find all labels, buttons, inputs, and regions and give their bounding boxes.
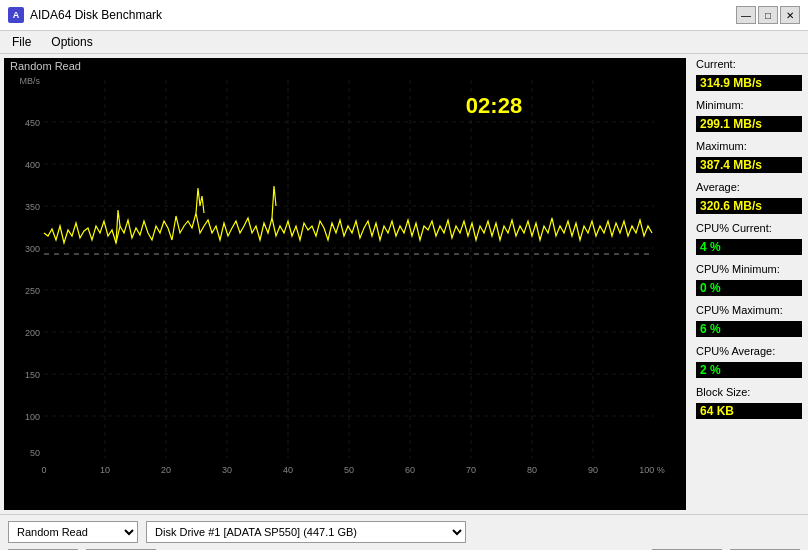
dropdowns-row: Random Read Random Write Sequential Read… [8,521,800,543]
average-value: 320.6 MB/s [696,198,802,214]
maximum-value: 387.4 MB/s [696,157,802,173]
svg-text:50: 50 [344,465,354,475]
current-label: Current: [696,58,802,70]
svg-text:300: 300 [25,244,40,254]
right-panel: Current: 314.9 MB/s Minimum: 299.1 MB/s … [690,54,808,514]
svg-text:50: 50 [30,448,40,458]
minimum-value: 299.1 MB/s [696,116,802,132]
svg-text:400: 400 [25,160,40,170]
cpu-minimum-label: CPU% Minimum: [696,263,802,275]
current-value: 314.9 MB/s [696,75,802,91]
cpu-maximum-value: 6 % [696,321,802,337]
drive-select[interactable]: Disk Drive #1 [ADATA SP550] (447.1 GB) [146,521,466,543]
svg-text:60: 60 [405,465,415,475]
cpu-current-value: 4 % [696,239,802,255]
menu-file[interactable]: File [8,33,35,51]
chart-mode-label: Random Read [4,58,87,74]
menu-bar: File Options [0,31,808,54]
cpu-minimum-value: 0 % [696,280,802,296]
svg-text:MB/s: MB/s [19,76,40,86]
svg-text:100 %: 100 % [639,465,665,475]
block-size-label: Block Size: [696,386,802,398]
app-icon: A [8,7,24,23]
chart-svg: MB/s 450 400 350 300 250 200 150 100 50 … [4,58,686,510]
svg-text:70: 70 [466,465,476,475]
svg-text:40: 40 [283,465,293,475]
average-label: Average: [696,181,802,193]
title-bar: A AIDA64 Disk Benchmark — □ ✕ [0,0,808,31]
cpu-current-label: CPU% Current: [696,222,802,234]
svg-text:10: 10 [100,465,110,475]
bottom-bar: Random Read Random Write Sequential Read… [0,514,808,550]
svg-text:100: 100 [25,412,40,422]
cpu-average-value: 2 % [696,362,802,378]
svg-text:150: 150 [25,370,40,380]
block-size-value: 64 KB [696,403,802,419]
svg-text:450: 450 [25,118,40,128]
cpu-average-label: CPU% Average: [696,345,802,357]
svg-text:200: 200 [25,328,40,338]
cpu-maximum-label: CPU% Maximum: [696,304,802,316]
svg-text:90: 90 [588,465,598,475]
title-bar-left: A AIDA64 Disk Benchmark [8,7,162,23]
svg-text:250: 250 [25,286,40,296]
minimize-button[interactable]: — [736,6,756,24]
maximum-label: Maximum: [696,140,802,152]
svg-text:30: 30 [222,465,232,475]
test-type-select[interactable]: Random Read Random Write Sequential Read… [8,521,138,543]
svg-text:0: 0 [41,465,46,475]
menu-options[interactable]: Options [47,33,96,51]
maximize-button[interactable]: □ [758,6,778,24]
main-content: Random Read [0,54,808,514]
title-bar-controls: — □ ✕ [736,6,800,24]
window-title: AIDA64 Disk Benchmark [30,8,162,22]
svg-text:20: 20 [161,465,171,475]
minimum-label: Minimum: [696,99,802,111]
svg-text:350: 350 [25,202,40,212]
svg-text:80: 80 [527,465,537,475]
svg-text:02:28: 02:28 [466,93,522,118]
close-button[interactable]: ✕ [780,6,800,24]
